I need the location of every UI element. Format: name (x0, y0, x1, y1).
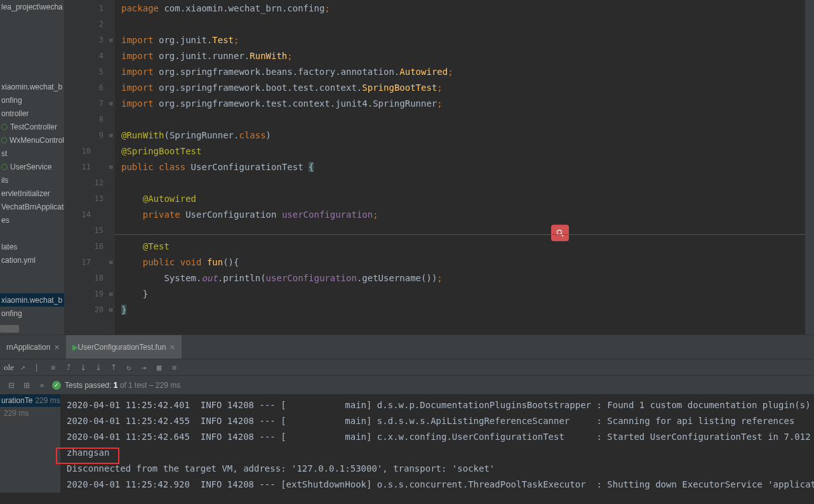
code-line[interactable]: System.out.println(userConfiguration.get… (115, 270, 805, 286)
sidebar-item[interactable]: VechatBrnApplicati (0, 200, 64, 213)
toolbar-icon[interactable]: ≡ (48, 362, 58, 373)
status-tree-icon[interactable]: » (37, 380, 47, 390)
code-line[interactable]: private UserConfiguration userConfigurat… (115, 206, 805, 222)
status-tree-icon[interactable]: ⊞ (22, 380, 32, 390)
line-number: 6 (64, 79, 109, 95)
console-line: Disconnected from the target VM, address… (67, 460, 808, 476)
sidebar-scrollbar[interactable] (0, 324, 64, 335)
code-line[interactable] (115, 175, 805, 190)
line-number: 8 (64, 111, 109, 127)
code-line[interactable]: public class UserConfigurationTest { (115, 159, 805, 175)
code-line[interactable]: @Test (115, 238, 805, 254)
fold-mark-icon[interactable]: ⊟ (109, 259, 114, 264)
close-icon[interactable]: × (54, 342, 59, 352)
line-number: 14➜ (64, 206, 109, 222)
test-status-bar: ⊟⊞» ✓ Tests passed: 1 of 1 test – 229 ms (0, 375, 814, 394)
console-line: 2020-04-01 11:25:42.920 INFO 14208 --- [… (67, 476, 808, 492)
class-icon (1, 124, 8, 130)
fold-mark-icon[interactable]: ⊟ (109, 291, 114, 296)
fold-mark-icon[interactable]: ⊟ (109, 100, 114, 105)
toolbar-icon[interactable]: ≡ (169, 362, 179, 373)
sidebar-item[interactable]: onfing (0, 307, 64, 320)
code-line[interactable]: public void fun(){ (115, 254, 805, 270)
toolbar-icon[interactable]: ⤓ (93, 362, 103, 373)
line-number: 4 (64, 48, 109, 63)
sidebar-item[interactable]: lates (0, 240, 64, 253)
sidebar-item[interactable] (0, 280, 64, 293)
line-number: 18 (64, 270, 109, 286)
test-tree-item[interactable]: urationTe229 ms (0, 394, 60, 407)
line-number: 7 (64, 95, 109, 111)
sidebar-item[interactable]: cation.yml (0, 253, 64, 267)
test-tree[interactable]: urationTe229 ms229 ms (0, 394, 60, 493)
sidebar-item[interactable]: UserService (0, 160, 64, 173)
toolbar-icon[interactable]: ⤴ (63, 362, 74, 373)
code-line[interactable] (115, 222, 805, 238)
toolbar-icon[interactable]: ↻ (124, 362, 134, 373)
line-number: 2 (64, 16, 109, 32)
sidebar-item[interactable]: xiaomin.wechat_b (0, 80, 64, 93)
sidebar-item[interactable]: ontroller (0, 107, 64, 120)
code-line[interactable] (115, 111, 805, 127)
code-line[interactable]: @Autowired (115, 190, 805, 206)
console-line: 2020-04-01 11:25:42.401 INFO 14208 --- [… (67, 397, 808, 413)
sidebar-path: lea_project\wecha (0, 0, 64, 13)
sidebar-item[interactable]: TestController (0, 120, 64, 133)
sidebar-item[interactable]: onfing (0, 93, 64, 107)
close-icon[interactable]: × (170, 342, 175, 352)
sidebar-item[interactable]: st (0, 147, 64, 160)
code-line[interactable]: } (115, 302, 805, 317)
line-number: 16 (64, 238, 109, 254)
console-toolbar: ole ↗ | ≡ ⤴ ⤓ ⤓ ⤒ ↻ ⇥ ▦ ≡ (0, 359, 814, 375)
sidebar-item[interactable]: es (0, 213, 64, 227)
sidebar-item[interactable] (0, 227, 64, 240)
console-label: ole (4, 362, 14, 373)
code-line[interactable]: @RunWith(SpringRunner.class) (115, 127, 805, 143)
toolbar-icon[interactable]: ⇥ (139, 362, 149, 373)
class-icon (1, 164, 8, 170)
run-tab[interactable]: ▶ UserConfigurationTest.fun× (66, 335, 182, 359)
code-line[interactable]: import org.springframework.boot.test.con… (115, 79, 805, 95)
line-number: 5 (64, 63, 109, 79)
fold-mark-icon[interactable]: ⊟ (109, 307, 114, 312)
console-output[interactable]: 2020-04-01 11:25:42.401 INFO 14208 --- [… (60, 394, 814, 493)
code-line[interactable]: import org.springframework.test.context.… (115, 95, 805, 111)
project-sidebar[interactable]: lea_project\wecha xiaomin.wechat_bonfing… (0, 0, 64, 335)
status-tree-icon[interactable]: ⊟ (6, 380, 17, 390)
code-line[interactable] (115, 16, 805, 32)
toolbar-icon[interactable]: ▦ (154, 362, 164, 373)
sidebar-item[interactable]: xiaomin.wechat_b (0, 293, 64, 307)
line-number: 11 (64, 159, 109, 175)
line-number: 13 (64, 190, 109, 206)
sidebar-item[interactable]: ervletInitializer (0, 187, 64, 200)
search-badge-icon[interactable] (551, 225, 569, 241)
line-number: 3 (64, 32, 109, 48)
fold-mark-icon[interactable]: ⊟ (109, 164, 114, 169)
line-number: 9 (64, 127, 109, 143)
class-icon (1, 137, 7, 143)
fold-mark-icon[interactable]: ⊟ (109, 132, 114, 137)
console-line: 2020-04-01 11:25:42.645 INFO 14208 --- [… (67, 428, 808, 444)
test-tree-item[interactable]: 229 ms (0, 407, 60, 420)
code-line[interactable]: package com.xiaomin.wechat_brn.confing; (115, 0, 805, 16)
fold-mark-icon[interactable]: ⊟ (109, 37, 114, 42)
line-number: 20 (64, 302, 109, 317)
line-number: 10❀ (64, 143, 109, 159)
run-tab[interactable]: rnApplication× (0, 335, 66, 359)
sidebar-item[interactable]: ils (0, 173, 64, 187)
toolbar-icon[interactable]: ⤓ (78, 362, 88, 373)
run-tabs-bar: rnApplication×▶ UserConfigurationTest.fu… (0, 335, 814, 359)
line-number: 15 (64, 222, 109, 238)
code-line[interactable]: import org.springframework.beans.factory… (115, 63, 805, 79)
code-line[interactable]: @SpringBootTest (115, 143, 805, 159)
main-layout: lea_project\wecha xiaomin.wechat_bonfing… (0, 0, 814, 335)
code-line[interactable]: import org.junit.Test; (115, 32, 805, 48)
code-editor[interactable]: package com.xiaomin.wechat_brn.confing;i… (115, 0, 805, 335)
sidebar-item[interactable] (0, 267, 64, 280)
toolbar-icon[interactable]: ⤒ (109, 362, 119, 373)
code-line[interactable]: } (115, 286, 805, 302)
status-text: Tests passed: 1 of 1 test – 229 ms (65, 381, 180, 390)
sidebar-item[interactable]: WxMenuControl (0, 133, 64, 147)
code-line[interactable]: import org.junit.runner.RunWith; (115, 48, 805, 63)
editor-scrollbar[interactable] (805, 0, 814, 335)
